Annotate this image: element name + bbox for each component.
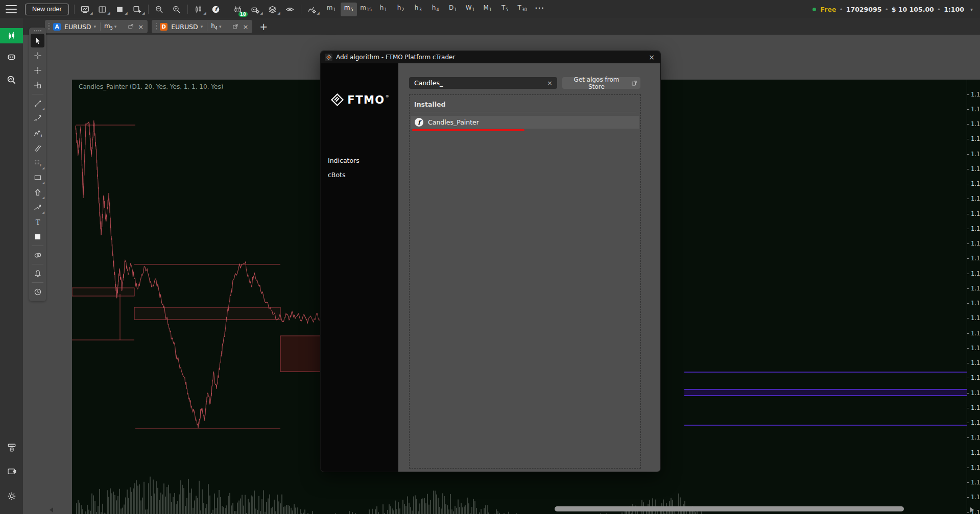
tab-timeframe[interactable]: h4 — [211, 22, 218, 31]
price-axis-label: 1.18050 — [971, 120, 980, 128]
price-axis-label: 1.18000 — [971, 135, 980, 142]
timeframe-h1[interactable]: h1 — [375, 3, 392, 16]
projection-tool-icon[interactable]: ◢ — [31, 200, 44, 214]
price-axis-label: 1.17750 — [971, 210, 980, 217]
arrow-tool-icon[interactable]: ◢ — [31, 185, 44, 199]
chart-tab-eurusd-m5[interactable]: A EURUSD ▾ m5 ▾ × — [45, 20, 148, 33]
timeframe-D1[interactable]: D1 — [445, 3, 461, 16]
zoom-in-icon[interactable] — [169, 3, 184, 16]
toolbar-divider — [74, 5, 75, 14]
scroll-left-arrow-icon[interactable] — [50, 507, 53, 512]
new-chart-icon[interactable]: ◢ — [130, 3, 145, 16]
clear-search-icon[interactable]: × — [547, 80, 553, 86]
indicator-title[interactable]: Candles_Painter (D1, 20, Yes, Yes, 1, 1,… — [79, 83, 223, 90]
sidebar-item-cbots[interactable]: cBots — [328, 171, 346, 179]
price-axis-label: 1.17350 — [971, 330, 980, 337]
tab-symbol[interactable]: EURUSD — [171, 23, 198, 31]
timeframe-T5[interactable]: T5 — [497, 3, 513, 16]
price-axis-label: 1.16850 — [971, 479, 980, 486]
robot-settings-icon[interactable]: ◢ — [248, 3, 263, 16]
timeframe-T30[interactable]: T30 — [514, 3, 531, 16]
tab-timeframe[interactable]: m5 — [104, 22, 113, 31]
globe-icon[interactable] — [0, 511, 23, 514]
text-tool-icon[interactable]: T — [31, 215, 44, 229]
popout-icon[interactable] — [232, 22, 238, 32]
timeframe-M1[interactable]: M1 — [480, 3, 496, 16]
account-selector[interactable]: Free • 17029095 • $ 10 105.00 • 1:100 ▾ — [812, 6, 973, 13]
more-timeframes-button[interactable]: ••• — [532, 1, 548, 18]
drag-grip-icon[interactable] — [154, 23, 157, 30]
anchor-tool-icon[interactable] — [31, 78, 44, 92]
history-clock-icon[interactable] — [31, 285, 44, 299]
close-tab-icon[interactable]: × — [138, 23, 144, 30]
pointer-tool-icon[interactable] — [31, 34, 44, 47]
price-tick — [967, 378, 969, 378]
scroll-right-arrow-icon[interactable] — [970, 507, 974, 512]
algo-robot-icon[interactable]: 18 — [230, 3, 246, 16]
timeframe-h2[interactable]: h2 — [393, 3, 409, 16]
wallet-icon[interactable] — [0, 463, 23, 479]
drag-grip-icon[interactable] — [34, 30, 42, 32]
dialog-titlebar[interactable]: Add algorithm - FTMO Platform cTrader × — [321, 51, 660, 63]
timeframe-m5[interactable]: m5 — [341, 3, 357, 16]
get-algos-from-store-button[interactable]: Get algos from Store — [562, 77, 640, 89]
rectangle-tool-icon[interactable]: ◢ — [31, 170, 44, 184]
analyze-search-icon[interactable] — [0, 72, 23, 87]
target-crosshair-icon[interactable] — [31, 63, 44, 77]
timeframe-m15[interactable]: m15 — [358, 3, 374, 16]
price-tick — [967, 154, 969, 155]
chevron-down-icon[interactable]: ▾ — [114, 24, 117, 29]
algo-list-item-candles-painter[interactable]: f Candles_Painter — [411, 116, 639, 129]
chart-settings-icon[interactable]: ◢ — [304, 3, 320, 16]
close-icon[interactable]: × — [649, 54, 655, 61]
ftmo-circle-icon[interactable]: f — [208, 3, 224, 16]
channel-tool-icon[interactable] — [31, 141, 44, 155]
chevron-down-icon[interactable]: ▾ — [201, 24, 203, 29]
top-toolbar: New order ◢◢◢◢◢f18◢◢◢ m1m5m15h1h2h3h4D1W… — [0, 0, 980, 18]
alerts-bell-icon[interactable] — [31, 266, 44, 280]
timeframe-W1[interactable]: W1 — [462, 3, 479, 16]
workspace-icon[interactable]: ◢ — [78, 3, 93, 16]
popout-icon[interactable] — [128, 22, 134, 32]
tab-symbol[interactable]: EURUSD — [64, 23, 91, 31]
chart-type-icon[interactable]: ◢ — [112, 3, 128, 16]
chevron-down-icon[interactable]: ▾ — [93, 24, 96, 29]
chart-style-candles-icon[interactable]: ◢ — [191, 3, 206, 16]
close-tab-icon[interactable]: × — [243, 23, 248, 30]
horizontal-scrollbar-thumb[interactable] — [555, 506, 904, 511]
settings-gear-icon[interactable] — [0, 488, 23, 504]
installed-algos-panel: Installed f Candles_Painter — [409, 94, 641, 469]
elliott-wave-icon[interactable]: E — [31, 126, 44, 140]
chart-tab-eurusd-h4[interactable]: D EURUSD ▾ h4 ▾ × — [152, 20, 252, 33]
timeframe-h3[interactable]: h3 — [410, 3, 426, 16]
layout-icon[interactable]: ◢ — [95, 3, 110, 16]
svg-text:F: F — [40, 163, 42, 166]
algo-search-input[interactable] — [409, 79, 542, 87]
main-menu-icon[interactable] — [6, 5, 17, 13]
withdraw-atm-icon[interactable] — [0, 440, 23, 455]
visibility-tool-icon[interactable] — [31, 248, 44, 262]
color-swatch-icon[interactable] — [31, 230, 44, 243]
automate-robot-icon[interactable] — [0, 49, 23, 64]
fibonacci-tool-icon[interactable]: F◢ — [31, 156, 44, 169]
sidebar-item-indicators[interactable]: Indicators — [328, 157, 360, 164]
timeframe-h4[interactable]: h4 — [427, 3, 444, 16]
drag-grip-icon[interactable] — [47, 23, 50, 30]
algo-search-box[interactable]: × — [409, 77, 557, 89]
dialog-sidebar: FTMO® Indicators cBots — [321, 63, 398, 472]
crosshair-tool-icon[interactable] — [31, 48, 44, 62]
price-tick — [967, 258, 969, 259]
trade-candles-icon[interactable] — [0, 28, 23, 43]
zoom-out-icon[interactable] — [152, 3, 167, 16]
connection-status-dot — [812, 8, 816, 11]
timeframe-m1[interactable]: m1 — [323, 3, 340, 16]
layers-icon[interactable]: ◢ — [265, 3, 280, 16]
chevron-down-icon[interactable]: ▾ — [219, 24, 222, 29]
watch-eye-icon[interactable] — [282, 3, 298, 16]
trendline-tool-icon[interactable]: ◢ — [31, 96, 44, 110]
add-chart-tab-button[interactable]: + — [259, 21, 268, 32]
new-order-button[interactable]: New order — [25, 4, 69, 15]
price-axis-label: 1.17050 — [971, 419, 980, 426]
price-axis[interactable]: 1.181501.181001.180501.180001.179501.179… — [967, 80, 980, 514]
freehand-tool-icon[interactable] — [31, 111, 44, 125]
